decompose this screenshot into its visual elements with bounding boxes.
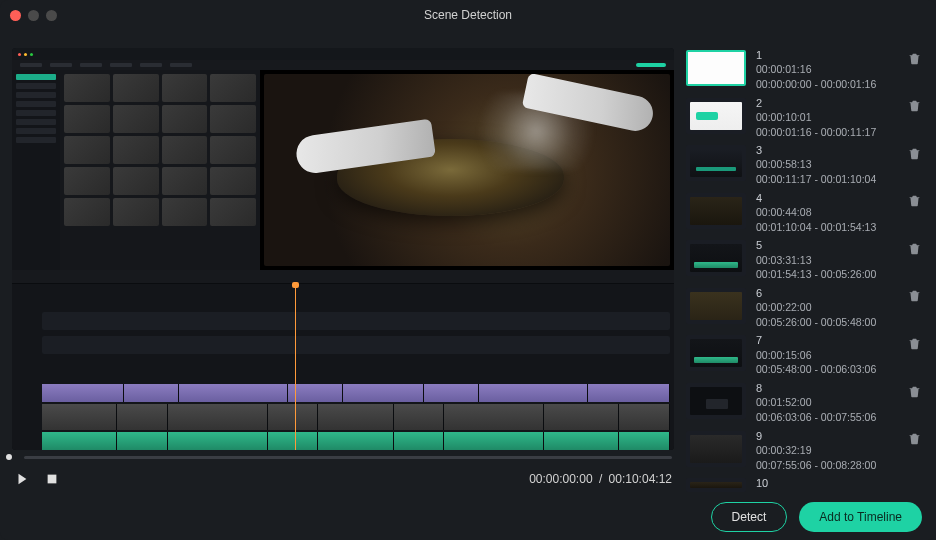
trash-icon — [908, 194, 921, 207]
mini-app-sidebar — [12, 70, 60, 270]
mini-app-titlebar — [12, 48, 674, 60]
scene-thumbnail[interactable] — [686, 431, 746, 467]
scene-range: 00:00:00:00 - 00:00:01:16 — [756, 78, 896, 92]
scene-item[interactable]: 4 00:00:44:08 00:01:10:04 - 00:01:54:13 — [686, 191, 924, 235]
scene-meta: 4 00:00:44:08 00:01:10:04 - 00:01:54:13 — [756, 191, 896, 235]
scene-list[interactable]: 1 00:00:01:16 00:00:00:00 - 00:00:01:16 … — [686, 48, 924, 494]
svg-rect-0 — [48, 475, 57, 484]
trash-icon — [908, 52, 921, 65]
scene-range: 00:00:01:16 - 00:00:11:17 — [756, 126, 896, 140]
delete-scene-button[interactable] — [906, 288, 922, 304]
total-time: 00:10:04:12 — [609, 472, 672, 486]
scene-index: 5 — [756, 238, 896, 252]
scrub-track[interactable] — [24, 456, 672, 459]
close-window-button[interactable] — [10, 10, 21, 21]
minimize-window-button[interactable] — [28, 10, 39, 21]
window: Scene Detection — [0, 0, 936, 540]
trash-icon — [908, 432, 921, 445]
trash-icon — [908, 99, 921, 112]
scene-duration: 00:00:10:01 — [756, 111, 896, 125]
scene-duration: 00:00:15:06 — [756, 349, 896, 363]
scene-item[interactable]: 7 00:00:15:06 00:05:48:00 - 00:06:03:06 — [686, 333, 924, 377]
transport-controls: 00:00:00:00 / 00:10:04:12 — [12, 464, 674, 494]
scene-duration: 00:03:31:13 — [756, 254, 896, 268]
preview-column: 00:00:00:00 / 00:10:04:12 — [12, 30, 674, 494]
trash-icon — [908, 385, 921, 398]
scene-thumbnail[interactable] — [686, 240, 746, 276]
stop-icon — [45, 472, 59, 486]
scene-index: 6 — [756, 286, 896, 300]
scene-index: 4 — [756, 191, 896, 205]
scene-item[interactable]: 2 00:00:10:01 00:00:01:16 - 00:00:11:17 — [686, 96, 924, 140]
scene-duration: 00:01:52:00 — [756, 396, 896, 410]
scene-meta: 9 00:00:32:19 00:07:55:06 - 00:08:28:00 — [756, 429, 896, 473]
scene-index: 7 — [756, 333, 896, 347]
scrub-handle[interactable] — [6, 454, 12, 460]
delete-scene-button[interactable] — [906, 145, 922, 161]
scene-item[interactable]: 5 00:03:31:13 00:01:54:13 - 00:05:26:00 — [686, 238, 924, 282]
titlebar: Scene Detection — [0, 0, 936, 30]
mini-media-grid — [60, 70, 260, 270]
time-separator: / — [599, 472, 602, 486]
scene-thumbnail[interactable] — [686, 145, 746, 181]
scene-meta: 10 — [756, 476, 924, 490]
scene-item[interactable]: 1 00:00:01:16 00:00:00:00 - 00:00:01:16 — [686, 48, 924, 92]
delete-scene-button[interactable] — [906, 50, 922, 66]
add-to-timeline-button[interactable]: Add to Timeline — [799, 502, 922, 532]
scene-index: 10 — [756, 476, 924, 490]
scene-thumbnail[interactable] — [686, 335, 746, 371]
scene-meta: 1 00:00:01:16 00:00:00:00 - 00:00:01:16 — [756, 48, 896, 92]
scene-range: 00:01:10:04 - 00:01:54:13 — [756, 221, 896, 235]
scene-thumbnail[interactable] — [686, 193, 746, 229]
scene-index: 1 — [756, 48, 896, 62]
detect-button[interactable]: Detect — [711, 502, 788, 532]
delete-scene-button[interactable] — [906, 431, 922, 447]
maximize-window-button[interactable] — [46, 10, 57, 21]
scene-thumbnail[interactable] — [686, 288, 746, 324]
mini-timeline — [12, 270, 674, 450]
scrub-bar[interactable] — [12, 450, 674, 464]
delete-scene-button[interactable] — [906, 383, 922, 399]
scene-item[interactable]: 3 00:00:58:13 00:00:11:17 - 00:01:10:04 — [686, 143, 924, 187]
scene-thumbnail[interactable] — [686, 50, 746, 86]
scene-meta: 3 00:00:58:13 00:00:11:17 - 00:01:10:04 — [756, 143, 896, 187]
delete-scene-button[interactable] — [906, 193, 922, 209]
scene-item[interactable]: 9 00:00:32:19 00:07:55:06 - 00:08:28:00 — [686, 429, 924, 473]
scene-index: 2 — [756, 96, 896, 110]
trash-icon — [908, 289, 921, 302]
scene-item[interactable]: 10 — [686, 476, 924, 494]
scene-range: 00:06:03:06 - 00:07:55:06 — [756, 411, 896, 425]
play-icon — [15, 472, 29, 486]
scene-item[interactable]: 6 00:00:22:00 00:05:26:00 - 00:05:48:00 — [686, 286, 924, 330]
traffic-lights — [10, 10, 57, 21]
delete-scene-button[interactable] — [906, 98, 922, 114]
main-area: 00:00:00:00 / 00:10:04:12 1 00:00:01:16 … — [0, 30, 936, 494]
trash-icon — [908, 147, 921, 160]
mini-playhead — [295, 284, 296, 450]
scene-range: 00:05:48:00 - 00:06:03:06 — [756, 363, 896, 377]
scene-index: 9 — [756, 429, 896, 443]
scene-meta: 5 00:03:31:13 00:01:54:13 - 00:05:26:00 — [756, 238, 896, 282]
mini-app-tabs — [12, 60, 674, 70]
play-button[interactable] — [14, 471, 30, 487]
scene-item[interactable]: 8 00:01:52:00 00:06:03:06 - 00:07:55:06 — [686, 381, 924, 425]
scene-range: 00:07:55:06 - 00:08:28:00 — [756, 459, 896, 473]
stop-button[interactable] — [44, 471, 60, 487]
scene-list-panel: 1 00:00:01:16 00:00:00:00 - 00:00:01:16 … — [686, 30, 924, 494]
scene-meta: 8 00:01:52:00 00:06:03:06 - 00:07:55:06 — [756, 381, 896, 425]
scene-thumbnail[interactable] — [686, 478, 746, 492]
scene-thumbnail[interactable] — [686, 98, 746, 134]
scene-range: 00:01:54:13 - 00:05:26:00 — [756, 268, 896, 282]
mini-app-body — [12, 70, 674, 270]
scene-duration: 00:00:32:19 — [756, 444, 896, 458]
scene-thumbnail[interactable] — [686, 383, 746, 419]
delete-scene-button[interactable] — [906, 335, 922, 351]
current-time: 00:00:00:00 — [529, 472, 592, 486]
scene-duration: 00:00:22:00 — [756, 301, 896, 315]
scene-index: 8 — [756, 381, 896, 395]
preview-video[interactable] — [12, 48, 674, 450]
scene-meta: 2 00:00:10:01 00:00:01:16 - 00:00:11:17 — [756, 96, 896, 140]
scene-duration: 00:00:44:08 — [756, 206, 896, 220]
delete-scene-button[interactable] — [906, 240, 922, 256]
scene-duration: 00:00:01:16 — [756, 63, 896, 77]
